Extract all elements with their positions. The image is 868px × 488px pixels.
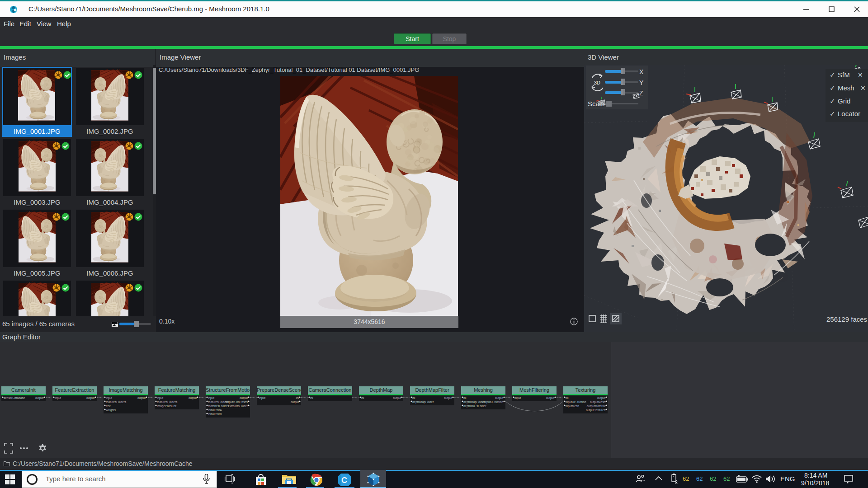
svg-text:Mesh: Mesh — [838, 84, 854, 92]
svg-text:SfM: SfM — [838, 71, 850, 79]
svg-text:256129 faces: 256129 faces — [826, 315, 867, 323]
svg-text:C: C — [341, 476, 347, 485]
svg-text:3D: 3D — [594, 80, 600, 85]
svg-text:✓: ✓ — [830, 97, 835, 105]
svg-text:✕: ✕ — [860, 84, 866, 92]
svg-text:X: X — [639, 68, 644, 75]
svg-text:✓: ✓ — [830, 110, 835, 117]
svg-text:Locator: Locator — [838, 110, 860, 117]
svg-text:✕: ✕ — [858, 71, 863, 79]
svg-text:Z: Z — [639, 89, 643, 97]
svg-text:✓: ✓ — [830, 71, 835, 79]
svg-text:✓: ✓ — [830, 84, 835, 92]
svg-text:Y: Y — [639, 79, 644, 86]
svg-text:Grid: Grid — [838, 97, 850, 105]
